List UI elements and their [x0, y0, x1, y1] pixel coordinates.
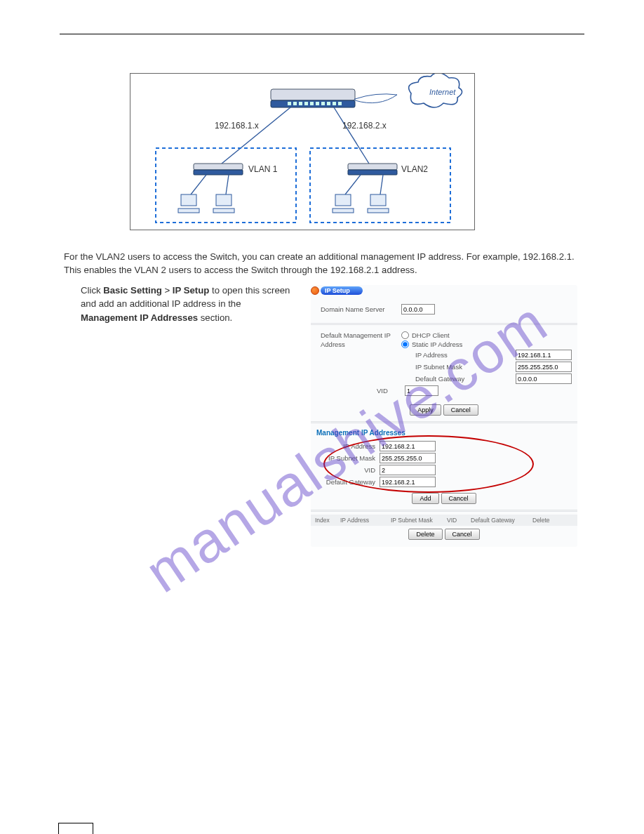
- svg-rect-23: [348, 170, 397, 175]
- th-vid: VID: [447, 517, 469, 524]
- svg-rect-21: [194, 170, 243, 175]
- th-delete: Delete: [532, 517, 561, 524]
- cancel-button-3[interactable]: Cancel: [445, 529, 480, 540]
- svg-rect-34: [370, 194, 386, 206]
- th-mask: IP Subnet Mask: [391, 517, 445, 524]
- svg-line-31: [380, 175, 383, 194]
- svg-rect-35: [368, 208, 389, 213]
- divider: [311, 323, 577, 325]
- divider: [311, 510, 577, 512]
- static-radio[interactable]: Static IP Address: [401, 340, 462, 348]
- default-mgmt-label-2: Address: [321, 340, 401, 348]
- svg-text:192.168.1.x: 192.168.1.x: [215, 121, 259, 131]
- svg-rect-33: [333, 208, 354, 213]
- footer-page-box: [58, 823, 93, 834]
- default-mgmt-label-1: Default Management IP: [321, 331, 401, 339]
- svg-rect-27: [178, 208, 199, 213]
- svg-rect-28: [216, 194, 232, 206]
- dns-input[interactable]: [401, 304, 435, 315]
- cancel-button-2[interactable]: Cancel: [441, 493, 476, 504]
- mgmt-gw-input[interactable]: [380, 477, 436, 487]
- th-index: Index: [315, 517, 339, 524]
- svg-text:192.168.2.x: 192.168.2.x: [342, 121, 387, 131]
- mgmt-ip-input[interactable]: [380, 441, 436, 451]
- th-ip: IP Address: [340, 517, 389, 524]
- subnet-label: IP Subnet Mask: [415, 363, 470, 371]
- svg-rect-11: [338, 102, 342, 105]
- delete-button[interactable]: Delete: [408, 529, 442, 540]
- default-mask-input[interactable]: [516, 362, 572, 372]
- svg-line-12: [222, 107, 290, 164]
- divider: [311, 421, 577, 423]
- mgmt-vid-input[interactable]: [380, 465, 436, 475]
- svg-line-13: [334, 107, 369, 164]
- ip-address-label: IP Address: [415, 351, 470, 359]
- mgmt-mask-input[interactable]: [380, 453, 436, 463]
- svg-rect-22: [348, 164, 397, 170]
- svg-line-30: [345, 175, 361, 194]
- internet-label: Internet: [429, 88, 456, 96]
- svg-line-24: [191, 175, 206, 194]
- svg-rect-10: [333, 102, 336, 105]
- svg-rect-6: [310, 102, 314, 105]
- add-button[interactable]: Add: [412, 493, 438, 504]
- svg-rect-5: [304, 102, 308, 105]
- m-mask-label: IP Subnet Mask: [325, 454, 380, 462]
- mgmt-ip-heading: Management IP Addresses: [311, 426, 577, 438]
- nav-instruction: Click Basic Setting > IP Setup to open t…: [81, 284, 300, 324]
- svg-text:VLAN2: VLAN2: [401, 164, 428, 174]
- section-ref: Management IP Addresses: [81, 312, 198, 323]
- svg-rect-20: [194, 164, 243, 170]
- panel-title: IP Setup: [321, 286, 363, 295]
- apply-button[interactable]: Apply: [410, 404, 441, 416]
- vid-label: VID: [377, 387, 405, 395]
- svg-rect-3: [293, 102, 297, 105]
- ip-setup-panel: IP Setup Domain Name Server Default Mana…: [311, 285, 577, 547]
- dhcp-radio[interactable]: DHCP Client: [401, 331, 450, 339]
- svg-rect-32: [335, 194, 351, 206]
- network-diagram: Internet 192.168.1.x 192.168.2.x VLAN 1: [130, 73, 475, 230]
- mgmt-table-header: Index IP Address IP Subnet Mask VID Defa…: [311, 515, 577, 526]
- cancel-button-1[interactable]: Cancel: [443, 404, 478, 416]
- svg-line-25: [226, 175, 229, 194]
- svg-rect-0: [271, 89, 355, 100]
- default-vid-input[interactable]: [405, 385, 438, 396]
- nav-link-basic-setting: Basic Setting: [103, 285, 162, 296]
- m-gw-label: Default Gateway: [325, 478, 380, 486]
- dns-label: Domain Name Server: [321, 305, 401, 313]
- m-ip-label: IP Address: [325, 442, 380, 450]
- default-gw-input[interactable]: [516, 373, 572, 384]
- svg-rect-9: [327, 102, 330, 105]
- svg-rect-2: [288, 102, 291, 105]
- svg-rect-4: [299, 102, 302, 105]
- gateway-label: Default Gateway: [415, 375, 470, 383]
- svg-text:VLAN 1: VLAN 1: [248, 164, 278, 174]
- svg-rect-26: [181, 194, 196, 206]
- header-bullet-icon: [311, 286, 319, 295]
- svg-rect-29: [213, 208, 234, 213]
- svg-rect-8: [321, 102, 325, 105]
- svg-rect-7: [316, 102, 319, 105]
- th-gw: Default Gateway: [471, 517, 531, 524]
- top-rule: [60, 34, 584, 34]
- intro-paragraph: For the VLAN2 users to access the Switch…: [64, 250, 584, 277]
- nav-link-ip-setup: IP Setup: [173, 285, 210, 296]
- default-ip-input[interactable]: [516, 350, 572, 360]
- m-vid-label: VID: [325, 466, 380, 474]
- panel-header: IP Setup: [311, 285, 577, 296]
